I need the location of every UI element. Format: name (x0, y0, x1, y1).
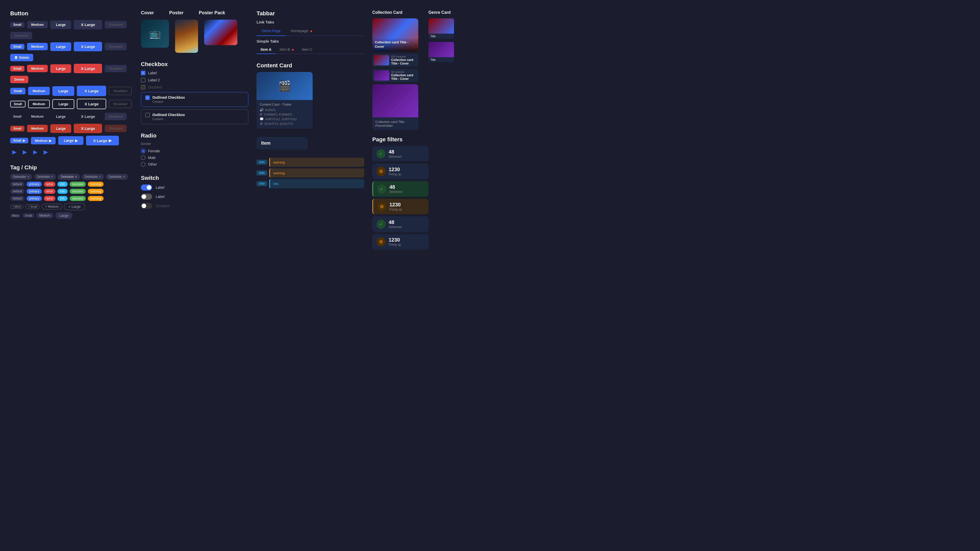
chip-warning-3[interactable]: warning (88, 196, 103, 201)
btn-large-danger[interactable]: Large (50, 64, 71, 73)
filter-card-1[interactable]: ✓ 48 Delivered (372, 146, 428, 162)
btn-xlarge-primary[interactable]: X Large (74, 42, 102, 51)
btn-medium-primary[interactable]: Medium (27, 43, 48, 50)
outlined-checkbox-unchecked[interactable]: Outlined Checkbox Content (141, 110, 248, 124)
chip-success-2[interactable]: success (70, 189, 86, 194)
chip-warning-2[interactable]: warning (88, 189, 103, 194)
filter-card-5[interactable]: ✓ 48 Delivered (372, 216, 428, 232)
chip-add-medium[interactable]: + Medium (42, 204, 62, 210)
chip-error-3[interactable]: error (44, 196, 56, 201)
tab-item-c[interactable]: Item C (298, 45, 317, 54)
btn-large-outwhite[interactable]: Large (52, 99, 74, 109)
btn-medium-default[interactable]: Medium (27, 21, 48, 28)
btn-small-default[interactable]: Small (10, 22, 24, 27)
chip-size-medium[interactable]: Medium (36, 213, 53, 218)
radio-other[interactable]: Other (141, 162, 248, 167)
btn-xlarge-outfill[interactable]: X Large (77, 86, 106, 96)
btn-large-primary[interactable]: Large (50, 42, 71, 51)
chip-primary-2[interactable]: primary (27, 189, 42, 194)
chip-success-3[interactable]: success (70, 196, 86, 201)
tab-item-a[interactable]: Item A (256, 45, 275, 54)
tab-demo-page[interactable]: Demo Page (256, 26, 286, 35)
chip-deletable-2[interactable]: Deletable ✕ (34, 174, 56, 179)
close-icon-3[interactable]: ✕ (75, 175, 77, 179)
radio-male[interactable]: Male (141, 156, 248, 160)
btn-medium-arrow[interactable]: Medium ▶ (31, 137, 56, 144)
btn-small-primary[interactable]: Small (10, 44, 24, 49)
close-icon-2[interactable]: ✕ (51, 175, 53, 179)
filter-card-3[interactable]: ✓ 48 Delivered (372, 181, 428, 197)
outlined-cb-box-2[interactable] (145, 113, 150, 118)
btn-xlarge-outwhite[interactable]: X Large (77, 99, 106, 109)
btn-icon-1[interactable]: ▶ (10, 148, 18, 156)
btn-small-outfill[interactable]: Small (10, 88, 25, 94)
btn-large-outfill[interactable]: Large (52, 86, 74, 96)
chip-deletable-5[interactable]: Deletable ✕ (106, 174, 128, 179)
btn-small-red[interactable]: Small (10, 126, 24, 131)
btn-small-arrow[interactable]: Small ▶ (10, 138, 28, 143)
outlined-checkbox-checked[interactable]: ✓ Outlined Checkbox Content (141, 92, 248, 107)
chip-default-1[interactable]: default (10, 182, 24, 187)
chip-size-small[interactable]: Small (22, 213, 34, 218)
chip-default-2[interactable]: default (10, 189, 24, 194)
btn-medium-text[interactable]: Medium (27, 113, 48, 120)
btn-xlarge-default[interactable]: X Large (74, 20, 102, 29)
chip-info-2[interactable]: info (57, 189, 67, 194)
switch-track-off[interactable] (141, 194, 152, 200)
close-icon-4[interactable]: ✕ (99, 175, 101, 179)
btn-delete-danger[interactable]: Delete (10, 76, 28, 83)
chip-info-1[interactable]: info (57, 182, 67, 187)
chip-warning-1[interactable]: warning (88, 182, 103, 187)
btn-xlarge-red[interactable]: X Large (74, 124, 102, 133)
radio-circle-male[interactable] (141, 156, 145, 160)
tab-homepage[interactable]: Homepage (286, 26, 317, 35)
btn-icon-3[interactable]: ▶ (31, 148, 39, 156)
btn-xlarge-arrow[interactable]: X Large ▶ (86, 136, 119, 145)
radio-female[interactable]: Female (141, 149, 248, 153)
checkbox-unchecked[interactable] (141, 78, 145, 83)
btn-large-arrow[interactable]: Large ▶ (58, 136, 83, 145)
btn-medium-danger[interactable]: Medium (27, 65, 48, 72)
filter-card-2[interactable]: ⚙ 1230 Fixing up (372, 164, 428, 179)
chip-add-micro[interactable]: + Micro (10, 205, 23, 209)
radio-circle-other[interactable] (141, 162, 145, 167)
btn-small-outwhite[interactable]: Small (10, 101, 25, 107)
chip-success-1[interactable]: success (70, 182, 86, 187)
chip-deletable-4[interactable]: Deletable ✕ (82, 174, 104, 179)
btn-large-text[interactable]: Large (50, 112, 71, 121)
btn-large-default[interactable]: Large (50, 21, 71, 29)
btn-icon-2[interactable]: ▶ (21, 148, 29, 156)
btn-xlarge-danger[interactable]: X Large (74, 64, 102, 73)
close-icon-5[interactable]: ✕ (123, 175, 125, 179)
checkbox-checked[interactable]: ✓ (141, 71, 145, 75)
filter-card-6[interactable]: ⚙ 1230 Fixing up (372, 234, 428, 249)
btn-delete-primary[interactable]: 🗑Delete (10, 54, 33, 61)
filter-card-4[interactable]: ⚙ 1230 Fixing up (372, 199, 428, 214)
btn-medium-outwhite[interactable]: Medium (28, 100, 50, 108)
btn-medium-red[interactable]: Medium (27, 125, 48, 132)
chip-add-large[interactable]: + Large (64, 203, 85, 210)
switch-track-on[interactable] (141, 184, 152, 191)
btn-xlarge-text[interactable]: X Large (74, 112, 102, 121)
chip-deletable-1[interactable]: Deletable ✕ (10, 174, 32, 179)
chip-default-3[interactable]: default (10, 196, 24, 201)
btn-small-text[interactable]: Small (10, 114, 24, 119)
close-icon-1[interactable]: ✕ (27, 175, 29, 179)
btn-large-red[interactable]: Large (50, 124, 71, 133)
chip-error-2[interactable]: error (44, 189, 56, 194)
chip-error-1[interactable]: error (44, 182, 56, 187)
btn-icon-4[interactable]: ▶ (41, 148, 49, 156)
checkbox-label2[interactable]: Label 2 (141, 78, 248, 83)
outlined-cb-box-1[interactable]: ✓ (145, 95, 150, 100)
chip-deletable-3[interactable]: Deletable ✕ (58, 174, 80, 179)
chip-primary-3[interactable]: primary (27, 196, 42, 201)
chip-size-micro[interactable]: Micro (10, 214, 21, 218)
tab-item-b[interactable]: Item B (275, 45, 298, 54)
chip-primary-1[interactable]: primary (27, 182, 42, 187)
chip-size-large[interactable]: Large (56, 212, 73, 219)
chip-add-small[interactable]: + Small (25, 204, 40, 209)
checkbox-label[interactable]: ✓ Label (141, 71, 248, 75)
chip-info-3[interactable]: info (57, 196, 67, 201)
radio-circle-female[interactable] (141, 149, 145, 153)
btn-medium-outfill[interactable]: Medium (28, 87, 50, 95)
